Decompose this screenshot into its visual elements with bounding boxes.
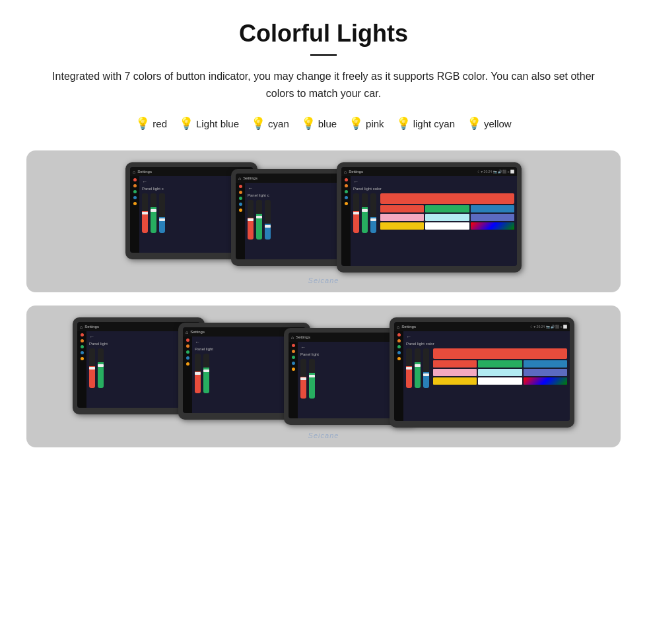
title-divider [310, 54, 337, 56]
slider-red-1-2 [248, 200, 254, 240]
slider-red-2-1 [89, 348, 95, 388]
slider-red-2-2 [195, 354, 201, 393]
grid-yellow [380, 222, 424, 230]
sidebar-dot-blue-1-1 [133, 196, 137, 199]
slider-green-2-3 [309, 359, 315, 399]
sliders-1-3 [353, 193, 376, 233]
grid-indigo-2 [524, 369, 567, 376]
sidebar-dot-orange-2-2 [186, 344, 189, 348]
sidebar-dot-yellow-1-3 [345, 202, 348, 205]
sidebar-dot-yellow-2-2 [186, 362, 189, 366]
mini-sidebar-2-3 [289, 342, 298, 418]
topbar-title-2-3: Settings [296, 335, 400, 339]
sliders-2-4 [406, 348, 429, 388]
color-grid-2-4 [433, 348, 567, 385]
color-label-yellow: 💡 yellow [467, 116, 512, 131]
blue-bulb-icon: 💡 [301, 116, 316, 131]
grid-red [380, 205, 424, 212]
slider-red-2-3 [300, 359, 306, 399]
device-row-1: ⌂ Settings ⚙ ✦ [26, 150, 621, 292]
mini-sidebar-2-1 [77, 331, 86, 408]
sidebar-dot-red-2-4 [397, 333, 401, 337]
sidebar-dot-blue-2-1 [81, 351, 84, 354]
slider-thumb-blue-1-3 [370, 218, 376, 221]
color-label-blue: 💡 blue [301, 116, 337, 131]
mini-topbar-2-4: ⌂ Settings ☾ ♥ 20:24 📷 🔊 ⬛ ≡ ⬜ [394, 322, 570, 331]
grid-pink-2 [433, 369, 477, 376]
sidebar-dot-yellow-2-1 [81, 357, 84, 360]
device-row-2: ⌂ Settings ⚙ ✦ [26, 306, 621, 447]
slider-green-2-4 [415, 348, 421, 388]
grid-cell-top-2-4 [433, 348, 567, 359]
color-label-cyan-text: cyan [268, 118, 289, 129]
back-arrow-2-4: ← [406, 334, 567, 340]
grid-cell-top-1-3 [380, 193, 514, 204]
row1-devices: ⌂ Settings ⚙ ✦ [125, 162, 522, 273]
home-icon-1-1: ⌂ [133, 170, 135, 174]
mini-topbar-1-3: ⌂ Settings ☾ ♥ 20:24 📷 🔊 ⬛ ≡ ⬜ [341, 167, 517, 176]
back-arrow-1-3: ← [353, 179, 514, 185]
page-title: Colorful Lights [26, 20, 621, 48]
grid-yellow-2 [433, 377, 477, 385]
home-icon-2-1: ⌂ [80, 325, 83, 329]
topbar-title-2-1: Settings [85, 325, 189, 329]
sidebar-dot-blue-2-4 [397, 351, 401, 354]
grid-pink [380, 214, 424, 221]
color-label-lightcyan: 💡 light cyan [396, 116, 455, 131]
topbar-icons-2-4: ☾ ♥ 20:24 📷 🔊 ⬛ ≡ ⬜ [530, 325, 567, 329]
color-label-lightblue: 💡 Light blue [179, 116, 239, 131]
red-bulb-icon: 💡 [135, 116, 150, 131]
grid-white-2 [478, 377, 522, 385]
grid-green-2 [478, 360, 522, 368]
slider-thumb-red-1-3 [353, 212, 359, 214]
sidebar-dot-yellow-2-3 [292, 368, 295, 371]
color-label-pink: 💡 pink [349, 116, 384, 131]
sidebar-dot-green-1-3 [345, 190, 348, 193]
slider-thumb-blue-2-4 [423, 373, 429, 376]
slider-green-1-3 [362, 193, 368, 233]
color-label-red: 💡 red [135, 116, 167, 131]
sidebar-dot-yellow-2-4 [397, 357, 401, 360]
slider-thumb-green-1-2 [256, 216, 262, 218]
sidebar-dot-green-1-2 [239, 197, 242, 200]
sidebar-dot-blue-2-2 [186, 356, 189, 360]
topbar-title-2-4: Settings [401, 325, 528, 329]
sidebar-dot-red-2-1 [81, 333, 84, 337]
sidebar-dot-green-1-1 [133, 190, 137, 193]
slider-green-1-2 [256, 200, 262, 240]
device-rows-wrapper: ⌂ Settings ⚙ ✦ [26, 150, 621, 447]
sidebar-dot-blue-1-2 [239, 203, 242, 206]
home-icon-2-3: ⌂ [291, 335, 294, 340]
slider-blue-2-4 [423, 348, 429, 388]
sidebar-dot-blue-1-3 [345, 196, 348, 199]
slider-blue-1-3 [370, 193, 376, 233]
sidebar-dot-orange-2-4 [397, 339, 401, 342]
color-label-lightcyan-text: light cyan [413, 118, 455, 129]
slider-red-2-4 [406, 348, 412, 388]
slider-thumb-green-2-3 [309, 375, 315, 377]
mini-sidebar-1-2 [236, 183, 245, 259]
watermark-row2: Seicane [26, 432, 621, 439]
home-icon-2-2: ⌂ [186, 330, 188, 335]
device-card-1-3: ⌂ Settings ☾ ♥ 20:24 📷 🔊 ⬛ ≡ ⬜ [337, 162, 522, 273]
slider-thumb-red-2-4 [406, 367, 412, 370]
topbar-icons-1-3: ☾ ♥ 20:24 📷 🔊 ⬛ ≡ ⬜ [477, 170, 514, 174]
mini-sidebar-1-1 [130, 176, 139, 253]
sidebar-dot-green-2-2 [186, 350, 189, 354]
slider-red-1-1 [142, 193, 148, 233]
slider-thumb-red-1-2 [248, 218, 254, 221]
slider-thumb-green-1-1 [151, 209, 156, 212]
mini-grid-1-3 [380, 205, 514, 230]
topbar-title-1-2: Settings [243, 176, 347, 180]
sidebar-dot-blue-2-3 [292, 362, 295, 365]
slider-green-1-1 [151, 193, 156, 233]
slider-thumb-blue-1-2 [265, 225, 271, 228]
cyan-bulb-icon: 💡 [251, 116, 265, 131]
sidebar-dot-green-2-1 [81, 345, 84, 348]
lightblue-bulb-icon: 💡 [179, 116, 193, 131]
sidebar-dot-orange-1-2 [239, 191, 242, 194]
grid-blue [471, 205, 514, 212]
mini-screen-1-3: ⌂ Settings ☾ ♥ 20:24 📷 🔊 ⬛ ≡ ⬜ [341, 167, 517, 266]
grid-blue-2 [524, 360, 567, 368]
grid-green [425, 205, 469, 212]
